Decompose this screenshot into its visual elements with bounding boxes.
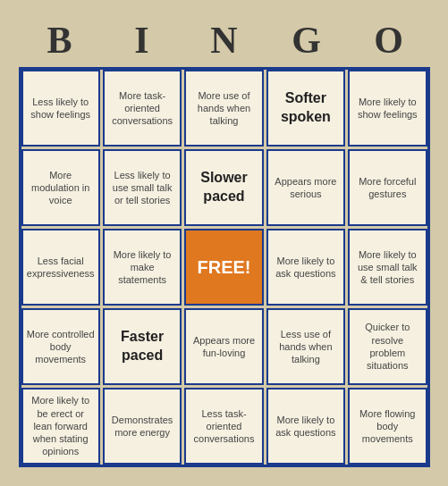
bingo-cell[interactable]: Appears more serious [266, 149, 345, 226]
bingo-cell[interactable]: More controlled body movements [21, 308, 100, 385]
bingo-cell[interactable]: Less likely to use small talk or tell st… [103, 149, 182, 226]
bingo-cell[interactable]: More likely to be erect or lean forward … [21, 388, 100, 465]
bingo-cell[interactable]: Slower paced [184, 149, 263, 226]
bingo-cell[interactable]: Softer spoken [266, 70, 345, 147]
bingo-cell[interactable]: More task-oriented conversations [103, 70, 182, 147]
bingo-cell[interactable]: More use of hands when talking [184, 70, 263, 147]
bingo-cell[interactable]: More likely to use small talk & tell sto… [348, 229, 427, 306]
letter-o: O [350, 19, 428, 62]
bingo-cell[interactable]: Quicker to resolve problem situations [348, 308, 427, 385]
bingo-cell[interactable]: More flowing body movements [348, 388, 427, 465]
letter-i: I [103, 19, 182, 62]
bingo-cell[interactable]: Demonstrates more energy [103, 388, 182, 465]
bingo-cell[interactable]: More likely to ask questions [266, 229, 345, 306]
bingo-cell[interactable]: More likely to ask questions [266, 388, 345, 465]
bingo-grid: Less likely to show feelingsMore task-or… [19, 67, 430, 467]
bingo-cell[interactable]: More likely to show feelings [348, 70, 427, 147]
bingo-cell[interactable]: Less facial expressiveness [21, 229, 100, 306]
letter-b: B [21, 19, 99, 62]
bingo-cell[interactable]: Less task-oriented conversations [184, 388, 263, 465]
bingo-cell[interactable]: FREE! [184, 229, 263, 306]
bingo-cell[interactable]: Less use of hands when talking [266, 308, 345, 385]
letter-g: G [267, 19, 346, 62]
bingo-cell[interactable]: More likely to make statements [103, 229, 182, 306]
bingo-cell[interactable]: More modulation in voice [21, 149, 100, 226]
bingo-cell[interactable]: More forceful gestures [348, 149, 427, 226]
bingo-cell[interactable]: Less likely to show feelings [21, 70, 100, 147]
bingo-cell[interactable]: Appears more fun-loving [184, 308, 263, 385]
letter-n: N [185, 19, 264, 62]
bingo-card: B I N G O Less likely to show feelingsMo… [10, 10, 439, 476]
bingo-cell[interactable]: Faster paced [103, 308, 182, 385]
bingo-header: B I N G O [19, 19, 430, 62]
